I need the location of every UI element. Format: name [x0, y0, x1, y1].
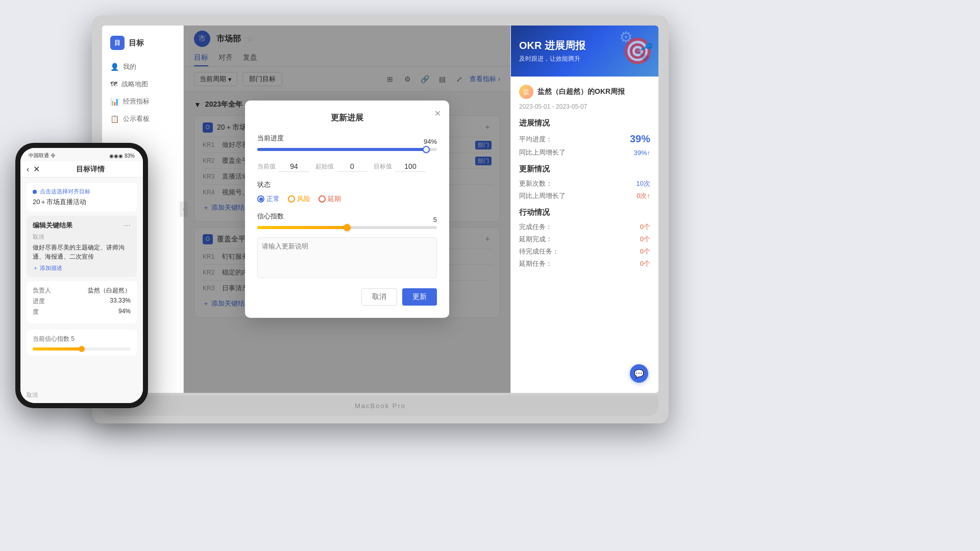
phone-detail-progress: 进度 33.33% — [33, 297, 131, 306]
radio-normal-label: 正常 — [266, 194, 280, 204]
target-value-label: 目标值 — [374, 162, 392, 171]
action-label-1: 延期完成： — [519, 235, 640, 244]
phone-obj-dot — [33, 190, 37, 194]
progress-slider-thumb[interactable] — [423, 146, 430, 153]
update-count-value: 10次 — [636, 179, 650, 188]
action-value-2: 0个 — [640, 247, 650, 256]
sidebar-item-mine-label: 我的 — [123, 62, 136, 71]
modal-title: 更新进展 — [257, 113, 437, 123]
float-action-button[interactable]: 💬 — [630, 364, 648, 383]
sidebar-logo-text: 目标 — [129, 38, 144, 48]
laptop-shell: 目 目标 👤 我的 🗺 战略地图 📊 经营指标 📋 公示看板 ‹ — [92, 15, 669, 423]
action-row-0: 完成任务： 0个 — [519, 222, 650, 232]
phone-degree-label: 度 — [33, 308, 39, 316]
target-value-group: 目标值 — [374, 161, 426, 172]
status-section: 状态 正常 风险 延期 — [257, 180, 437, 204]
phone-detail-owner: 负责人 盐然（白超然） — [33, 286, 131, 295]
action-value-1: 0个 — [640, 235, 650, 244]
phone-confidence: 当前信心指数 5 — [27, 330, 137, 356]
radio-normal-circle[interactable] — [257, 195, 264, 203]
phone-cancel2-label[interactable]: 取消 — [27, 391, 38, 399]
action-row-3: 延期任务： 0个 — [519, 259, 650, 268]
phone-edit-header: 编辑关键结果 ··· — [33, 221, 131, 230]
phone-obj-text: 20＋市场直播活动 — [33, 197, 131, 207]
phone-nav-title: 目标详情 — [44, 165, 137, 174]
status-radio-group: 正常 风险 延期 — [257, 194, 437, 204]
start-value-input[interactable] — [337, 161, 368, 172]
status-normal[interactable]: 正常 — [257, 194, 280, 204]
map-icon: 🗺 — [110, 80, 117, 88]
phone-action-bar: 取消 — [20, 387, 143, 403]
phone-carrier: 中国联通 令 — [29, 152, 56, 159]
weekly-body: 盐 盐然（白超然）的OKR周报 2023-05-01 - 2023-05-07 … — [511, 77, 658, 280]
radio-delay-circle[interactable] — [318, 195, 326, 203]
sidebar-logo-icon: 目 — [110, 36, 125, 50]
okr-banner: OKR 进展周报 及时跟进，让效能腾升 🎯 ⚙ — [511, 26, 658, 77]
avg-progress-label: 平均进度： — [519, 135, 630, 144]
phone-confidence-slider[interactable] — [33, 347, 131, 350]
progress-section-title: 进展情况 — [519, 118, 650, 128]
modal-close-button[interactable]: ✕ — [434, 109, 441, 118]
target-value-input[interactable] — [395, 161, 426, 172]
confidence-slider-track[interactable] — [257, 226, 437, 229]
person-icon: 👤 — [110, 63, 119, 71]
modal-footer: 取消 更新 — [257, 288, 437, 306]
action-row-1: 延期完成： 0个 — [519, 235, 650, 244]
progress-slider-track[interactable] — [257, 148, 437, 151]
week-update-label: 同比上周增长了 — [519, 191, 636, 201]
phone-kr-text: 做好尽善尽美的主题确定、讲师沟通、海报通、二次宣传 — [33, 243, 131, 261]
week-update-row: 同比上周增长了 0次↑ — [519, 191, 650, 201]
avg-progress-value: 39% — [630, 133, 650, 145]
status-risk[interactable]: 风险 — [288, 194, 310, 204]
update-button[interactable]: 更新 — [402, 288, 437, 306]
sidebar-item-board[interactable]: 📋 公示看板 — [102, 110, 183, 128]
phone-back-button[interactable]: ‹ — [27, 165, 29, 174]
action-label-2: 待完成任务： — [519, 247, 640, 256]
phone-cancel-label: 取消 — [33, 233, 131, 241]
phone-confidence-fill — [33, 347, 82, 350]
user-header: 盐 盐然（白超然）的OKR周报 — [519, 85, 650, 99]
phone-edit-kr-card: 编辑关键结果 ··· 取消 做好尽善尽美的主题确定、讲师沟通、海报通、二次宣传 … — [27, 216, 137, 277]
radio-risk-circle[interactable] — [288, 195, 295, 203]
start-value-group: 起始值 — [315, 161, 368, 172]
confidence-slider-fill — [257, 226, 347, 229]
phone-edit-title: 编辑关键结果 — [33, 221, 72, 230]
phone-edit-dots-button[interactable]: ··· — [124, 221, 131, 230]
current-value-label: 当前值 — [257, 162, 276, 171]
sidebar-item-strategy-label: 战略地图 — [121, 80, 148, 89]
cancel-button[interactable]: 取消 — [361, 288, 397, 306]
confidence-slider-thumb[interactable] — [344, 224, 351, 231]
action-label-3: 延期任务： — [519, 259, 640, 268]
sidebar-item-strategy[interactable]: 🗺 战略地图 — [102, 76, 183, 93]
current-value-group: 当前值 — [257, 161, 309, 172]
week-growth-value: 39%↑ — [633, 149, 650, 157]
phone-obj-tag: 点击这选择对齐目标 — [40, 188, 90, 195]
sidebar-item-mine[interactable]: 👤 我的 — [102, 58, 183, 76]
current-value-input[interactable] — [279, 161, 309, 172]
phone-progress-label: 进度 — [33, 297, 45, 306]
phone-battery: ◉◉◉ 83% — [109, 153, 135, 159]
phone-objective-card: 点击这选择对齐目标 20＋市场直播活动 — [27, 183, 137, 212]
phone-shell: 中国联通 令 ◉◉◉ 83% ‹ ✕ 目标详情 点击这选择对齐目标 20＋市场直… — [15, 143, 148, 408]
phone-confidence-thumb[interactable] — [79, 346, 85, 352]
phone-content: 点击这选择对齐目标 20＋市场直播活动 编辑关键结果 ··· 取消 做好尽善尽美… — [20, 178, 143, 387]
phone-add-desc[interactable]: ＋ 添加描述 — [33, 264, 131, 272]
date-range: 2023-05-01 - 2023-05-07 — [519, 103, 650, 110]
sidebar-item-indicator-label: 经营指标 — [123, 97, 150, 106]
confidence-section: 信心指数 5 — [257, 212, 437, 229]
action-section-title: 行动情况 — [519, 208, 650, 217]
update-textarea[interactable] — [257, 237, 437, 278]
status-delay[interactable]: 延期 — [318, 194, 341, 204]
phone-nav-bar: ‹ ✕ 目标详情 — [20, 161, 143, 178]
sidebar-item-indicator[interactable]: 📊 经营指标 — [102, 93, 183, 110]
current-progress-label: 当前进度 — [257, 134, 437, 143]
laptop-screen: 目 目标 👤 我的 🗺 战略地图 📊 经营指标 📋 公示看板 ‹ — [102, 26, 658, 393]
radio-risk-label: 风险 — [297, 194, 310, 204]
action-value-0: 0个 — [640, 222, 650, 232]
week-growth-row: 同比上周增长了 39%↑ — [519, 148, 650, 157]
status-label: 状态 — [257, 180, 437, 189]
chart-icon: 📊 — [110, 97, 119, 106]
week-growth-label: 同比上周增长了 — [519, 148, 633, 157]
phone-close-button[interactable]: ✕ — [33, 164, 40, 174]
action-label-0: 完成任务： — [519, 222, 640, 232]
